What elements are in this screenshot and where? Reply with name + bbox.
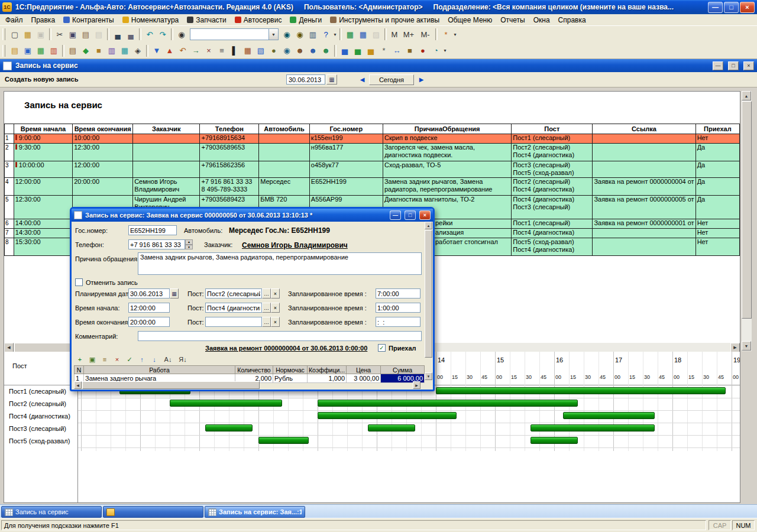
cell-reason[interactable]: Замена задних рычагов, Заменарадиатора, … bbox=[383, 178, 511, 196]
end-edit-icon[interactable]: ✓ bbox=[124, 353, 135, 365]
cell-car[interactable] bbox=[259, 161, 310, 178]
time-start-input[interactable] bbox=[128, 303, 170, 313]
redo-icon[interactable]: ↷ bbox=[156, 28, 169, 41]
cell-link[interactable]: Заявка на ремонт 0000000001 от bbox=[593, 219, 695, 229]
cell-reason[interactable]: Загорелся чек, замена масла,диагностика … bbox=[383, 144, 511, 161]
cell-posts[interactable]: Пост1 (слесарный) bbox=[512, 134, 593, 144]
menu-item-common-menu[interactable]: Общее Меню bbox=[444, 15, 496, 25]
cell-link[interactable] bbox=[593, 134, 695, 144]
gantt-bar[interactable] bbox=[318, 412, 457, 419]
cell-link[interactable] bbox=[593, 238, 695, 256]
cell-arrived[interactable]: Да bbox=[695, 178, 739, 196]
parts-catalog-icon[interactable]: ◈ bbox=[131, 44, 144, 57]
cell-arrived[interactable]: Да bbox=[695, 144, 739, 161]
dialog-maximize-button[interactable]: □ bbox=[405, 210, 416, 220]
cell-posts[interactable]: Пост2 (слесарный)Пост4 (диагностика) bbox=[512, 144, 593, 161]
cell-arrived[interactable]: Нет bbox=[695, 229, 739, 238]
post1-input[interactable] bbox=[205, 288, 262, 299]
cell-phone[interactable]: +79036589653 bbox=[200, 144, 259, 161]
repair-order-link[interactable]: Заявка на ремонт 0000000004 от 30.06.201… bbox=[205, 345, 367, 352]
find-icon[interactable]: ◉ bbox=[175, 28, 188, 41]
report-sales-icon[interactable]: ▅ bbox=[338, 44, 351, 57]
dropdown-arrow-icon[interactable]: ▾ bbox=[452, 28, 458, 40]
menu-item-money[interactable]: Деньги bbox=[286, 15, 326, 25]
report-cash-icon[interactable]: ▅ bbox=[364, 44, 377, 57]
cell-car[interactable]: Мерседес bbox=[259, 178, 310, 196]
mdi-minimize-button[interactable]: — bbox=[713, 61, 723, 70]
window-tab-2[interactable] bbox=[103, 506, 203, 518]
gantt-bar[interactable] bbox=[563, 412, 655, 419]
post2-select-button[interactable]: … bbox=[262, 303, 271, 313]
cell-posts[interactable]: Пост2 (слесарный)Пост4 (диагностика) bbox=[512, 178, 593, 196]
menu-item-help[interactable]: Справка bbox=[554, 15, 590, 25]
cell-arrived[interactable]: Да bbox=[695, 161, 739, 178]
cell-link[interactable] bbox=[593, 161, 695, 178]
menu-item-nomenclature[interactable]: Номенклатура bbox=[118, 15, 183, 25]
service-order-icon[interactable]: ▦ bbox=[34, 44, 47, 57]
report-stock-icon[interactable]: ▅ bbox=[351, 44, 364, 57]
memory-subtract-icon[interactable]: М- bbox=[417, 28, 434, 41]
dropdown-arrow-icon[interactable]: ▾ bbox=[332, 28, 338, 40]
menu-item-reports[interactable]: Отчеты bbox=[496, 15, 529, 25]
combobox-dropdown-icon[interactable]: ▼ bbox=[268, 29, 278, 40]
dialog-scroll-right-icon[interactable]: ▶ bbox=[413, 381, 420, 389]
menu-item-windows[interactable]: Окна bbox=[529, 15, 554, 25]
schedule-row[interactable]: 412:00:0020:00:00Семнов ИгорьВладимирови… bbox=[5, 178, 740, 196]
planned-time1-input[interactable] bbox=[376, 288, 420, 299]
works-table[interactable]: NРаботаКоличествоНормочасКоэффици...Цена… bbox=[74, 365, 425, 383]
tools-icon[interactable]: * bbox=[439, 28, 452, 41]
customer-list-icon[interactable]: ☻ bbox=[306, 44, 319, 57]
exit-icon[interactable]: ● bbox=[416, 44, 429, 57]
cell-car[interactable] bbox=[259, 144, 310, 161]
toolbar-grip[interactable] bbox=[2, 45, 5, 57]
dialog-scroll-left-icon[interactable]: ◀ bbox=[74, 381, 82, 389]
gantt-bar[interactable] bbox=[436, 387, 726, 394]
minimize-button[interactable]: — bbox=[708, 2, 723, 13]
maximize-button[interactable]: □ bbox=[724, 2, 739, 13]
clipboard-icon[interactable]: ▥ bbox=[306, 28, 319, 41]
cell-start-time[interactable]: 9:30:00 bbox=[14, 144, 72, 161]
gantt-bar[interactable] bbox=[530, 437, 578, 444]
scroll-up-icon[interactable]: ▲ bbox=[742, 91, 751, 100]
sale-icon[interactable]: ▲ bbox=[163, 44, 176, 57]
gantt-bar[interactable] bbox=[368, 424, 415, 432]
cell-start-time[interactable]: 15:30:00 bbox=[14, 238, 72, 256]
stock-icon[interactable]: ▦ bbox=[118, 44, 131, 57]
cell-start-time[interactable]: 12:00:00 bbox=[14, 178, 72, 196]
dialog-minimize-button[interactable]: — bbox=[390, 210, 401, 220]
sort-asc-icon[interactable]: А↓ bbox=[161, 353, 175, 365]
works-cell-price[interactable]: 3 000,00 bbox=[347, 374, 381, 383]
move-down-icon[interactable]: ↓ bbox=[148, 353, 160, 365]
post3-clear-button[interactable]: × bbox=[271, 317, 280, 327]
exchange-icon[interactable]: ↔ bbox=[390, 44, 403, 57]
cell-plate[interactable]: о458ук77 bbox=[309, 161, 383, 178]
cashbox-icon[interactable]: ■ bbox=[92, 44, 105, 57]
gantt-bar[interactable] bbox=[205, 424, 253, 432]
window-tab-1[interactable]: Запись на сервис bbox=[1, 506, 102, 518]
history-icon[interactable]: ◔ bbox=[429, 44, 442, 57]
schedule-row[interactable]: 29:30:0012:30:00+79036589653н956ва177Заг… bbox=[5, 144, 740, 161]
menu-item-tools-assets[interactable]: Инструменты и прочие активы bbox=[326, 15, 444, 25]
comment-input[interactable] bbox=[138, 331, 422, 341]
quick-search-input[interactable] bbox=[190, 29, 268, 40]
close-button[interactable]: × bbox=[740, 2, 755, 13]
cell-start-time[interactable]: 9:00:00 bbox=[14, 134, 72, 144]
post2-input[interactable] bbox=[205, 303, 262, 313]
cell-plate[interactable]: н956ва177 bbox=[309, 144, 383, 161]
dropdown-arrow-icon[interactable]: ▾ bbox=[442, 45, 448, 57]
calendar-icon[interactable]: ▦ bbox=[241, 44, 254, 57]
cell-arrived[interactable]: Да bbox=[695, 196, 739, 219]
copy-icon[interactable]: ▣ bbox=[66, 28, 79, 41]
cell-phone[interactable]: +79168915634 bbox=[200, 134, 259, 144]
writeoff-icon[interactable]: × bbox=[202, 44, 215, 57]
mdi-window-titlebar[interactable]: Запись на сервис — □ × bbox=[0, 59, 757, 72]
dialog-hscroll-thumb[interactable] bbox=[82, 381, 260, 389]
dialog-scroll-up-icon[interactable]: ▲ bbox=[425, 222, 432, 229]
reason-input[interactable]: Замена задних рычагов, Замена радиатора,… bbox=[138, 252, 422, 275]
cell-posts[interactable]: Пост4 (диагностика)Пост3 (слесарный) bbox=[512, 196, 593, 219]
delete-row-icon[interactable]: × bbox=[111, 353, 123, 365]
schedule-date-input[interactable] bbox=[286, 74, 325, 85]
undo-icon[interactable]: ↶ bbox=[143, 28, 156, 41]
payment-icon[interactable]: ◆ bbox=[79, 44, 92, 57]
menu-item-file[interactable]: Файл bbox=[1, 15, 27, 25]
